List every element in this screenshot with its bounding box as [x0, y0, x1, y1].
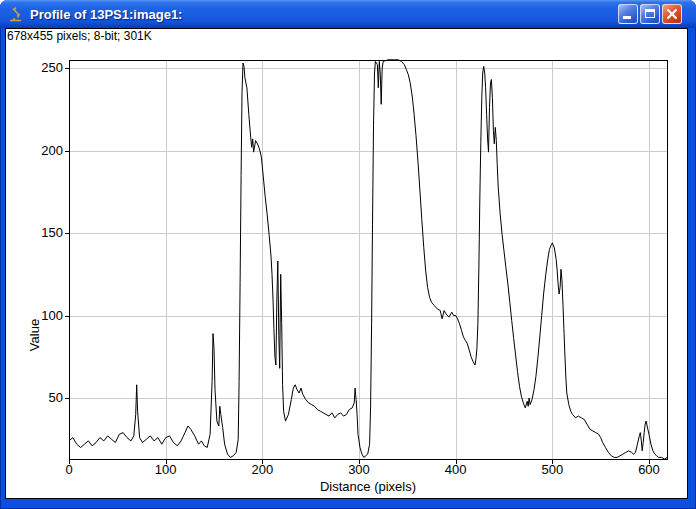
x-tick-label: 200 [240, 462, 284, 477]
imagej-plot-window: Profile of 13PS1:image1: 678x455 pixels;… [0, 0, 696, 509]
y-tick-label: 50 [21, 390, 63, 405]
y-tick-label: 200 [21, 143, 63, 158]
x-tick-label: 600 [627, 462, 671, 477]
x-tick-label: 100 [144, 462, 188, 477]
y-tick-label: 100 [21, 308, 63, 323]
x-tick-label: 500 [530, 462, 574, 477]
x-tick-label: 400 [434, 462, 478, 477]
y-tick-label: 250 [21, 60, 63, 75]
plot-frame [70, 61, 668, 460]
profile-plot-canvas [0, 0, 696, 509]
profile-trace-line [69, 60, 667, 459]
x-axis-label: Distance (pixels) [320, 479, 416, 494]
y-tick-label: 150 [21, 225, 63, 240]
axis-tick-marks [65, 69, 650, 464]
y-axis-label: Value [27, 319, 42, 351]
x-tick-label: 0 [47, 462, 91, 477]
plot-gridlines [70, 61, 668, 459]
x-tick-label: 300 [337, 462, 381, 477]
